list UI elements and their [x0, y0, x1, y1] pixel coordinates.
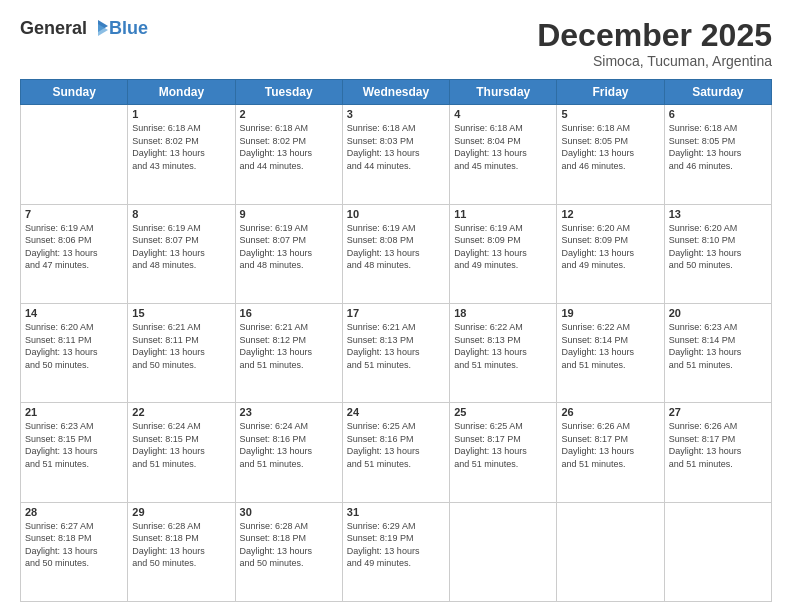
- calendar-cell: 21Sunrise: 6:23 AM Sunset: 8:15 PM Dayli…: [21, 403, 128, 502]
- day-info: Sunrise: 6:29 AM Sunset: 8:19 PM Dayligh…: [347, 520, 445, 570]
- logo: General Blue: [20, 18, 148, 39]
- calendar-cell: 24Sunrise: 6:25 AM Sunset: 8:16 PM Dayli…: [342, 403, 449, 502]
- day-info: Sunrise: 6:21 AM Sunset: 8:12 PM Dayligh…: [240, 321, 338, 371]
- calendar-cell: 13Sunrise: 6:20 AM Sunset: 8:10 PM Dayli…: [664, 204, 771, 303]
- calendar-cell: 16Sunrise: 6:21 AM Sunset: 8:12 PM Dayli…: [235, 303, 342, 402]
- day-info: Sunrise: 6:22 AM Sunset: 8:14 PM Dayligh…: [561, 321, 659, 371]
- day-number: 30: [240, 506, 338, 518]
- day-number: 1: [132, 108, 230, 120]
- day-info: Sunrise: 6:26 AM Sunset: 8:17 PM Dayligh…: [561, 420, 659, 470]
- day-info: Sunrise: 6:18 AM Sunset: 8:03 PM Dayligh…: [347, 122, 445, 172]
- day-number: 7: [25, 208, 123, 220]
- day-info: Sunrise: 6:20 AM Sunset: 8:11 PM Dayligh…: [25, 321, 123, 371]
- calendar-cell: 15Sunrise: 6:21 AM Sunset: 8:11 PM Dayli…: [128, 303, 235, 402]
- calendar-cell: 25Sunrise: 6:25 AM Sunset: 8:17 PM Dayli…: [450, 403, 557, 502]
- calendar-cell: 2Sunrise: 6:18 AM Sunset: 8:02 PM Daylig…: [235, 105, 342, 204]
- day-number: 18: [454, 307, 552, 319]
- header-monday: Monday: [128, 80, 235, 105]
- day-number: 27: [669, 406, 767, 418]
- calendar-cell: [21, 105, 128, 204]
- calendar-cell: 29Sunrise: 6:28 AM Sunset: 8:18 PM Dayli…: [128, 502, 235, 601]
- title-block: December 2025 Simoca, Tucuman, Argentina: [537, 18, 772, 69]
- calendar-week-row-3: 21Sunrise: 6:23 AM Sunset: 8:15 PM Dayli…: [21, 403, 772, 502]
- day-info: Sunrise: 6:19 AM Sunset: 8:07 PM Dayligh…: [240, 222, 338, 272]
- calendar-body: 1Sunrise: 6:18 AM Sunset: 8:02 PM Daylig…: [21, 105, 772, 602]
- day-info: Sunrise: 6:19 AM Sunset: 8:06 PM Dayligh…: [25, 222, 123, 272]
- header-friday: Friday: [557, 80, 664, 105]
- calendar-cell: 11Sunrise: 6:19 AM Sunset: 8:09 PM Dayli…: [450, 204, 557, 303]
- page: General Blue December 2025 Simoca, Tucum…: [0, 0, 792, 612]
- day-number: 16: [240, 307, 338, 319]
- calendar-cell: 10Sunrise: 6:19 AM Sunset: 8:08 PM Dayli…: [342, 204, 449, 303]
- day-info: Sunrise: 6:18 AM Sunset: 8:02 PM Dayligh…: [240, 122, 338, 172]
- day-info: Sunrise: 6:25 AM Sunset: 8:16 PM Dayligh…: [347, 420, 445, 470]
- calendar-cell: 12Sunrise: 6:20 AM Sunset: 8:09 PM Dayli…: [557, 204, 664, 303]
- logo-blue: Blue: [109, 18, 148, 39]
- calendar-cell: [664, 502, 771, 601]
- day-number: 2: [240, 108, 338, 120]
- day-number: 31: [347, 506, 445, 518]
- logo-general: General: [20, 18, 87, 39]
- day-info: Sunrise: 6:18 AM Sunset: 8:02 PM Dayligh…: [132, 122, 230, 172]
- calendar-week-row-1: 7Sunrise: 6:19 AM Sunset: 8:06 PM Daylig…: [21, 204, 772, 303]
- day-info: Sunrise: 6:24 AM Sunset: 8:16 PM Dayligh…: [240, 420, 338, 470]
- calendar-cell: 22Sunrise: 6:24 AM Sunset: 8:15 PM Dayli…: [128, 403, 235, 502]
- calendar-cell: 30Sunrise: 6:28 AM Sunset: 8:18 PM Dayli…: [235, 502, 342, 601]
- day-info: Sunrise: 6:18 AM Sunset: 8:05 PM Dayligh…: [561, 122, 659, 172]
- subtitle: Simoca, Tucuman, Argentina: [537, 53, 772, 69]
- day-info: Sunrise: 6:27 AM Sunset: 8:18 PM Dayligh…: [25, 520, 123, 570]
- day-number: 22: [132, 406, 230, 418]
- header-tuesday: Tuesday: [235, 80, 342, 105]
- day-info: Sunrise: 6:21 AM Sunset: 8:11 PM Dayligh…: [132, 321, 230, 371]
- calendar-cell: 5Sunrise: 6:18 AM Sunset: 8:05 PM Daylig…: [557, 105, 664, 204]
- calendar-cell: 31Sunrise: 6:29 AM Sunset: 8:19 PM Dayli…: [342, 502, 449, 601]
- day-info: Sunrise: 6:24 AM Sunset: 8:15 PM Dayligh…: [132, 420, 230, 470]
- calendar-cell: 7Sunrise: 6:19 AM Sunset: 8:06 PM Daylig…: [21, 204, 128, 303]
- calendar-cell: 27Sunrise: 6:26 AM Sunset: 8:17 PM Dayli…: [664, 403, 771, 502]
- day-number: 13: [669, 208, 767, 220]
- day-number: 24: [347, 406, 445, 418]
- day-info: Sunrise: 6:18 AM Sunset: 8:05 PM Dayligh…: [669, 122, 767, 172]
- calendar-cell: 28Sunrise: 6:27 AM Sunset: 8:18 PM Dayli…: [21, 502, 128, 601]
- calendar-cell: 9Sunrise: 6:19 AM Sunset: 8:07 PM Daylig…: [235, 204, 342, 303]
- calendar-cell: [450, 502, 557, 601]
- calendar-cell: 20Sunrise: 6:23 AM Sunset: 8:14 PM Dayli…: [664, 303, 771, 402]
- month-title: December 2025: [537, 18, 772, 53]
- day-info: Sunrise: 6:20 AM Sunset: 8:09 PM Dayligh…: [561, 222, 659, 272]
- day-info: Sunrise: 6:19 AM Sunset: 8:07 PM Dayligh…: [132, 222, 230, 272]
- day-info: Sunrise: 6:28 AM Sunset: 8:18 PM Dayligh…: [240, 520, 338, 570]
- day-info: Sunrise: 6:19 AM Sunset: 8:09 PM Dayligh…: [454, 222, 552, 272]
- calendar-table: Sunday Monday Tuesday Wednesday Thursday…: [20, 79, 772, 602]
- day-number: 20: [669, 307, 767, 319]
- header-wednesday: Wednesday: [342, 80, 449, 105]
- calendar-week-row-2: 14Sunrise: 6:20 AM Sunset: 8:11 PM Dayli…: [21, 303, 772, 402]
- day-number: 25: [454, 406, 552, 418]
- day-number: 26: [561, 406, 659, 418]
- day-info: Sunrise: 6:20 AM Sunset: 8:10 PM Dayligh…: [669, 222, 767, 272]
- calendar-week-row-0: 1Sunrise: 6:18 AM Sunset: 8:02 PM Daylig…: [21, 105, 772, 204]
- day-number: 15: [132, 307, 230, 319]
- calendar-header-row: Sunday Monday Tuesday Wednesday Thursday…: [21, 80, 772, 105]
- day-info: Sunrise: 6:23 AM Sunset: 8:15 PM Dayligh…: [25, 420, 123, 470]
- day-info: Sunrise: 6:19 AM Sunset: 8:08 PM Dayligh…: [347, 222, 445, 272]
- day-info: Sunrise: 6:23 AM Sunset: 8:14 PM Dayligh…: [669, 321, 767, 371]
- day-number: 9: [240, 208, 338, 220]
- day-info: Sunrise: 6:26 AM Sunset: 8:17 PM Dayligh…: [669, 420, 767, 470]
- day-info: Sunrise: 6:18 AM Sunset: 8:04 PM Dayligh…: [454, 122, 552, 172]
- day-number: 3: [347, 108, 445, 120]
- day-number: 29: [132, 506, 230, 518]
- calendar-cell: 1Sunrise: 6:18 AM Sunset: 8:02 PM Daylig…: [128, 105, 235, 204]
- day-info: Sunrise: 6:22 AM Sunset: 8:13 PM Dayligh…: [454, 321, 552, 371]
- day-info: Sunrise: 6:25 AM Sunset: 8:17 PM Dayligh…: [454, 420, 552, 470]
- calendar-cell: 19Sunrise: 6:22 AM Sunset: 8:14 PM Dayli…: [557, 303, 664, 402]
- calendar-cell: 26Sunrise: 6:26 AM Sunset: 8:17 PM Dayli…: [557, 403, 664, 502]
- header: General Blue December 2025 Simoca, Tucum…: [20, 18, 772, 69]
- calendar-cell: 8Sunrise: 6:19 AM Sunset: 8:07 PM Daylig…: [128, 204, 235, 303]
- header-saturday: Saturday: [664, 80, 771, 105]
- calendar-week-row-4: 28Sunrise: 6:27 AM Sunset: 8:18 PM Dayli…: [21, 502, 772, 601]
- calendar-cell: 17Sunrise: 6:21 AM Sunset: 8:13 PM Dayli…: [342, 303, 449, 402]
- calendar-cell: 4Sunrise: 6:18 AM Sunset: 8:04 PM Daylig…: [450, 105, 557, 204]
- day-number: 23: [240, 406, 338, 418]
- day-number: 17: [347, 307, 445, 319]
- day-number: 5: [561, 108, 659, 120]
